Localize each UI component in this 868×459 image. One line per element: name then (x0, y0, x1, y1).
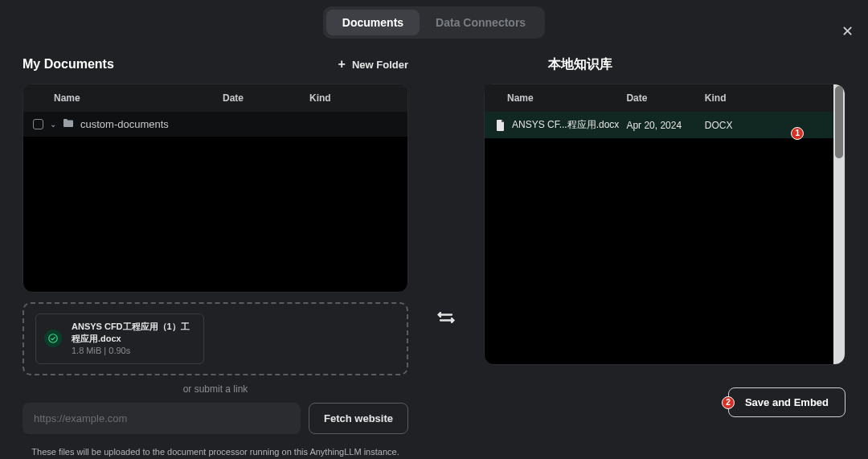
annotation-badge-2: 2 (722, 396, 735, 409)
close-icon[interactable]: ✕ (841, 23, 854, 40)
folder-name: custom-documents (80, 118, 169, 130)
kb-row[interactable]: ANSYS CF...程应用.docx Apr 20, 2024 DOCX 1 (485, 112, 833, 138)
upload-dropzone[interactable]: ANSYS CFD工程应用（1）工程应用.docx 1.8 MiB | 0.90… (23, 302, 408, 375)
scrollbar[interactable] (833, 84, 845, 364)
folder-checkbox[interactable] (33, 119, 43, 129)
upload-item: ANSYS CFD工程应用（1）工程应用.docx 1.8 MiB | 0.90… (35, 314, 204, 364)
disclaimer-text: These files will be uploaded to the docu… (23, 445, 408, 459)
knowledge-base-panel: Name Date Kind ANSYS CF...程应用.docx Apr 2… (484, 84, 845, 365)
kb-item-kind: DOCX (705, 120, 733, 131)
save-and-embed-button[interactable]: Save and Embed (728, 387, 845, 417)
documents-panel: Name Date Kind ⌄ custom-documents (23, 84, 408, 293)
kb-header-row: Name Date Kind (485, 84, 833, 112)
chevron-down-icon[interactable]: ⌄ (50, 120, 56, 129)
url-input[interactable] (23, 403, 301, 434)
submit-link-label: or submit a link (23, 383, 408, 395)
folder-icon (63, 118, 74, 130)
tab-group: Documents Data Connectors (323, 6, 545, 39)
kb-col-date: Date (626, 92, 704, 104)
tab-documents[interactable]: Documents (326, 10, 420, 35)
knowledge-base-title: 本地知识库 (548, 56, 612, 73)
kb-col-kind: Kind (705, 92, 783, 104)
new-folder-button[interactable]: + New Folder (338, 58, 408, 71)
col-name-header: Name (35, 92, 223, 104)
plus-icon: + (338, 58, 346, 71)
upload-filename: ANSYS CFD工程应用（1）工程应用.docx (72, 321, 195, 345)
transfer-icon[interactable] (435, 306, 457, 332)
kb-col-name: Name (496, 92, 626, 104)
svg-point-0 (49, 334, 58, 343)
tab-data-connectors[interactable]: Data Connectors (420, 10, 542, 35)
my-documents-title: My Documents (23, 57, 114, 72)
document-icon (496, 120, 506, 131)
col-date-header: Date (223, 92, 309, 104)
upload-meta: 1.8 MiB | 0.90s (72, 345, 195, 357)
annotation-badge-1: 1 (791, 127, 804, 140)
col-kind-header: Kind (309, 92, 396, 104)
kb-item-date: Apr 20, 2024 (626, 120, 704, 131)
success-icon (44, 330, 62, 347)
documents-header-row: Name Date Kind (23, 84, 407, 112)
disclaimer-line1: These files will be uploaded to the docu… (23, 445, 408, 459)
fetch-website-button[interactable]: Fetch website (309, 403, 408, 434)
folder-row[interactable]: ⌄ custom-documents (23, 112, 407, 137)
scrollbar-thumb[interactable] (835, 86, 843, 158)
new-folder-label: New Folder (352, 59, 408, 71)
kb-item-name: ANSYS CF...程应用.docx (512, 118, 619, 132)
